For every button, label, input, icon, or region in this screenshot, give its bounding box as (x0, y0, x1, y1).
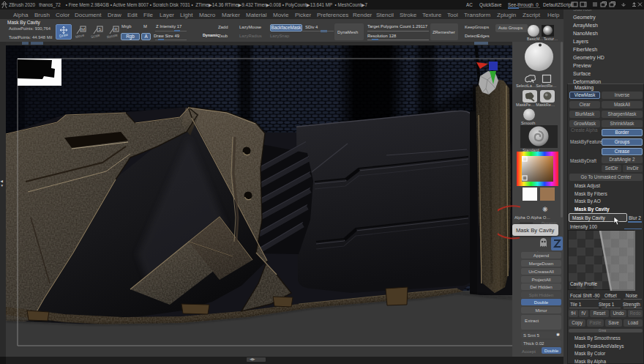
svg-text:M: M (81, 27, 85, 31)
svg-text:S: S (98, 27, 101, 31)
svg-text:R: R (114, 27, 118, 31)
